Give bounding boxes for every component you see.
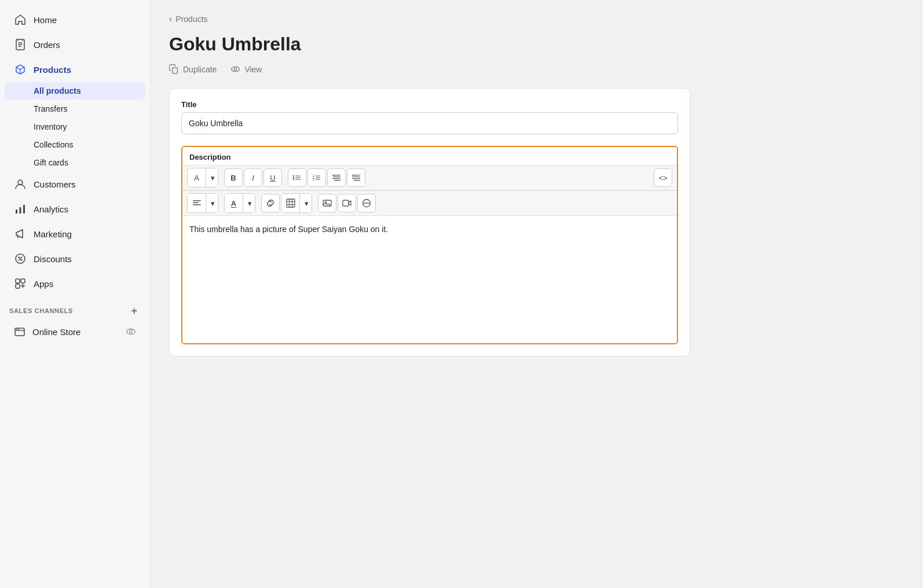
indent-increase-icon — [351, 173, 361, 182]
clear-format-icon — [362, 199, 371, 208]
breadcrumb[interactable]: ‹ Products — [169, 14, 904, 24]
sidebar-item-discounts[interactable]: Discounts — [5, 247, 145, 271]
table-button[interactable] — [281, 194, 300, 212]
svg-rect-22 — [295, 175, 301, 176]
main-content: ‹ Products Goku Umbrella Duplicate View — [151, 0, 923, 588]
discounts-icon — [14, 252, 27, 265]
sidebar-sub-collections[interactable]: Collections — [5, 136, 145, 153]
sidebar-item-online-store[interactable]: Online Store — [5, 321, 145, 342]
sidebar-item-orders-label: Orders — [34, 40, 60, 50]
underline-button[interactable]: U — [263, 168, 282, 187]
unordered-list-button[interactable] — [288, 168, 306, 187]
sidebar-item-products-label: Products — [34, 65, 71, 75]
svg-rect-4 — [23, 205, 25, 214]
svg-rect-36 — [354, 177, 360, 177]
description-editor-content[interactable]: This umbrella has a picture of Super Sai… — [182, 216, 677, 343]
svg-rect-40 — [193, 203, 199, 204]
chevron-down-icon-4: ▾ — [305, 199, 309, 208]
sidebar-item-orders[interactable]: Orders — [5, 32, 145, 57]
sidebar-item-home[interactable]: Home — [5, 8, 145, 32]
svg-point-18 — [235, 68, 237, 70]
title-field-label: Title — [181, 100, 678, 109]
home-icon — [14, 13, 27, 26]
svg-rect-16 — [173, 68, 178, 74]
orders-icon — [14, 38, 27, 51]
svg-point-12 — [16, 329, 17, 330]
marketing-icon — [14, 227, 27, 240]
ordered-list-icon: 1 2 3 — [312, 173, 321, 182]
align-button[interactable] — [188, 194, 206, 212]
svg-point-14 — [127, 329, 135, 335]
sidebar-sub-gift-cards[interactable]: Gift cards — [5, 154, 145, 171]
image-button[interactable] — [318, 194, 336, 212]
color-dropdown-arrow[interactable]: ▾ — [244, 194, 255, 212]
customers-icon — [14, 178, 27, 190]
align-dropdown-arrow[interactable]: ▾ — [207, 194, 218, 212]
svg-rect-39 — [193, 200, 201, 201]
code-button[interactable]: <> — [654, 168, 672, 187]
svg-rect-31 — [332, 175, 340, 175]
chevron-down-icon-2: ▾ — [211, 199, 215, 208]
bold-icon: B — [230, 174, 236, 182]
align-icon — [193, 199, 201, 207]
font-dropdown-arrow[interactable]: ▾ — [207, 168, 218, 187]
sidebar-item-analytics[interactable]: Analytics — [5, 197, 145, 221]
bold-button[interactable]: B — [224, 168, 243, 187]
link-button[interactable] — [261, 194, 280, 212]
view-label: View — [244, 65, 262, 74]
svg-rect-29 — [316, 177, 320, 178]
title-input[interactable] — [181, 112, 678, 134]
svg-rect-42 — [287, 199, 295, 207]
svg-text:3: 3 — [313, 178, 314, 181]
code-icon: <> — [658, 174, 667, 182]
svg-point-6 — [19, 257, 20, 258]
svg-rect-35 — [352, 175, 360, 175]
svg-point-17 — [232, 67, 240, 72]
add-sales-channel-button[interactable]: + — [128, 304, 141, 317]
sidebar-sub-inventory[interactable]: Inventory — [5, 118, 145, 135]
video-button[interactable] — [338, 194, 356, 212]
indent-increase-button[interactable] — [347, 168, 365, 187]
sidebar-item-apps-label: Apps — [34, 279, 53, 289]
sidebar-item-customers-label: Customers — [34, 179, 76, 189]
duplicate-button[interactable]: Duplicate — [169, 64, 217, 74]
svg-point-1 — [18, 180, 23, 185]
sidebar-item-customers[interactable]: Customers — [5, 172, 145, 196]
svg-rect-41 — [193, 204, 201, 205]
clear-format-button[interactable] — [357, 194, 376, 212]
align-dropdown-group: ▾ — [187, 193, 218, 213]
indent-decrease-button[interactable] — [327, 168, 346, 187]
svg-point-15 — [130, 330, 133, 333]
table-icon — [286, 199, 295, 208]
sidebar-item-apps[interactable]: Apps — [5, 271, 145, 296]
action-bar: Duplicate View — [169, 64, 904, 74]
table-dropdown-arrow[interactable]: ▾ — [301, 194, 312, 212]
text-color-icon: A — [231, 199, 236, 208]
link-icon — [266, 199, 275, 208]
italic-button[interactable]: I — [244, 168, 262, 187]
svg-rect-37 — [352, 178, 360, 179]
product-card: Title Description A ▾ B — [169, 88, 690, 357]
svg-point-13 — [18, 329, 19, 330]
sidebar-sub-all-products[interactable]: All products — [5, 82, 145, 100]
sidebar-sub-transfers[interactable]: Transfers — [5, 100, 145, 117]
text-color-button[interactable]: A — [225, 194, 243, 212]
svg-rect-8 — [16, 279, 20, 283]
svg-rect-3 — [20, 207, 21, 214]
analytics-icon — [14, 203, 27, 215]
svg-rect-38 — [354, 180, 360, 181]
view-button[interactable]: View — [230, 64, 262, 74]
products-icon — [14, 63, 27, 76]
svg-rect-32 — [334, 177, 340, 177]
svg-point-20 — [293, 177, 294, 178]
chevron-down-icon-3: ▾ — [248, 199, 252, 208]
sidebar-item-marketing[interactable]: Marketing — [5, 222, 145, 246]
breadcrumb-chevron-icon: ‹ — [169, 14, 172, 24]
ordered-list-button[interactable]: 1 2 3 — [307, 168, 326, 187]
sidebar-item-products[interactable]: Products — [5, 57, 145, 82]
sidebar: Home Orders Products All products Transf… — [0, 0, 151, 588]
svg-rect-24 — [295, 179, 301, 179]
font-button[interactable]: A — [188, 168, 206, 187]
sidebar-item-marketing-label: Marketing — [34, 229, 72, 239]
view-icon — [230, 64, 240, 74]
